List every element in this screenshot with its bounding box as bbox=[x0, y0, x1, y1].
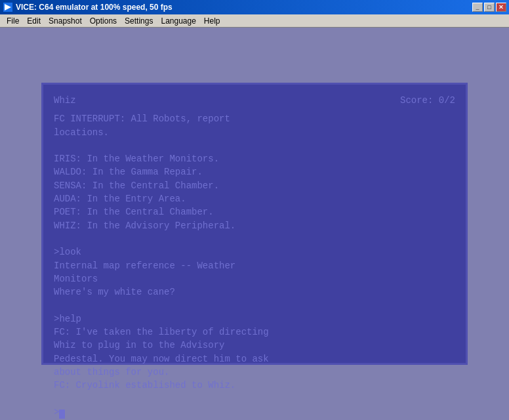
main-area: Whiz Score: 0/2 FC INTERRUPT: All Robots… bbox=[0, 28, 509, 420]
c64-player-name: Whiz bbox=[54, 94, 76, 107]
close-button[interactable]: ✕ bbox=[496, 3, 506, 12]
c64-game-text: FC INTERRUPT: All Robots, report locatio… bbox=[54, 114, 269, 417]
menu-file[interactable]: File bbox=[3, 15, 23, 27]
menu-snapshot[interactable]: Snapshot bbox=[45, 15, 86, 27]
c64-content-area[interactable]: FC INTERRUPT: All Robots, report locatio… bbox=[54, 112, 455, 419]
menu-edit[interactable]: Edit bbox=[23, 15, 45, 27]
window-title: VICE: C64 emulator at 100% speed, 50 fps bbox=[16, 3, 472, 12]
maximize-button[interactable]: □ bbox=[484, 3, 495, 12]
window-controls: _ □ ✕ bbox=[472, 3, 506, 12]
cursor bbox=[59, 410, 65, 419]
title-bar: VICE: C64 emulator at 100% speed, 50 fps… bbox=[0, 0, 509, 14]
menu-options[interactable]: Options bbox=[86, 15, 121, 27]
c64-screen: Whiz Score: 0/2 FC INTERRUPT: All Robots… bbox=[41, 83, 468, 365]
menu-bar: File Edit Snapshot Options Settings Lang… bbox=[0, 14, 509, 28]
c64-header: Whiz Score: 0/2 bbox=[54, 94, 455, 107]
menu-settings[interactable]: Settings bbox=[121, 15, 157, 27]
menu-help[interactable]: Help bbox=[200, 15, 224, 27]
app-icon bbox=[3, 2, 13, 12]
menu-language[interactable]: Language bbox=[157, 15, 199, 27]
c64-score: Score: 0/2 bbox=[400, 94, 455, 107]
minimize-button[interactable]: _ bbox=[472, 3, 483, 12]
